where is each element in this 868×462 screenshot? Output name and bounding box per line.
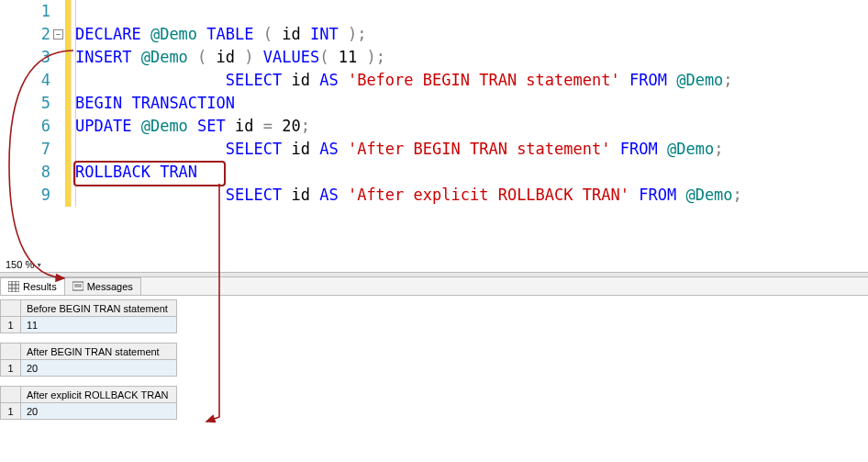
line-number: 2−: [0, 23, 71, 46]
cell-value[interactable]: 20: [21, 360, 177, 377]
line-number: 4: [0, 69, 71, 92]
line-number: 3: [0, 46, 71, 69]
svg-rect-0: [8, 281, 19, 292]
result-set: Before BEGIN TRAN statement 111: [0, 299, 868, 333]
cell-value[interactable]: 11: [21, 317, 177, 333]
line-number: 1: [0, 0, 71, 23]
results-pane[interactable]: Before BEGIN TRAN statement 111 After BE…: [0, 296, 868, 461]
code-text-area[interactable]: DECLARE @Demo TABLE ( id INT ); INSERT @…: [72, 0, 868, 207]
zoom-value: 150 %: [6, 259, 34, 270]
tab-messages[interactable]: Messages: [64, 277, 141, 295]
result-set: After BEGIN TRAN statement 120: [0, 343, 868, 377]
result-grid[interactable]: After BEGIN TRAN statement 120: [0, 343, 177, 377]
row-number[interactable]: 1: [1, 360, 21, 377]
column-header[interactable]: After explicit ROLLBACK TRAN: [21, 387, 177, 403]
results-tab-bar: Results Messages: [0, 277, 868, 296]
row-number[interactable]: 1: [1, 317, 21, 333]
line-number-gutter: 1 2− 3 4 5 6 7 8 9: [0, 0, 72, 207]
column-header[interactable]: After BEGIN TRAN statement: [21, 344, 177, 360]
result-set: After explicit ROLLBACK TRAN 120: [0, 386, 868, 420]
fold-toggle-icon[interactable]: −: [53, 29, 63, 39]
line-number: 5: [0, 92, 71, 115]
column-header[interactable]: Before BEGIN TRAN statement: [21, 300, 177, 317]
tab-results[interactable]: Results: [0, 277, 65, 295]
cell-value[interactable]: 20: [21, 403, 177, 420]
result-grid[interactable]: Before BEGIN TRAN statement 111: [0, 299, 177, 333]
messages-icon: [72, 281, 83, 292]
line-number: 9: [0, 184, 71, 207]
sql-editor-pane[interactable]: 1 2− 3 4 5 6 7 8 9 DECLARE @Demo TABLE (…: [0, 0, 868, 257]
result-grid[interactable]: After explicit ROLLBACK TRAN 120: [0, 386, 177, 420]
line-number: 8: [0, 161, 71, 184]
zoom-control[interactable]: 150 % ▼: [0, 257, 868, 272]
tab-label: Results: [23, 281, 57, 292]
line-number: 7: [0, 138, 71, 161]
chevron-down-icon[interactable]: ▼: [36, 262, 42, 268]
line-number: 6: [0, 115, 71, 138]
grid-icon: [8, 281, 19, 292]
tab-label: Messages: [87, 281, 133, 292]
row-number[interactable]: 1: [1, 403, 21, 420]
